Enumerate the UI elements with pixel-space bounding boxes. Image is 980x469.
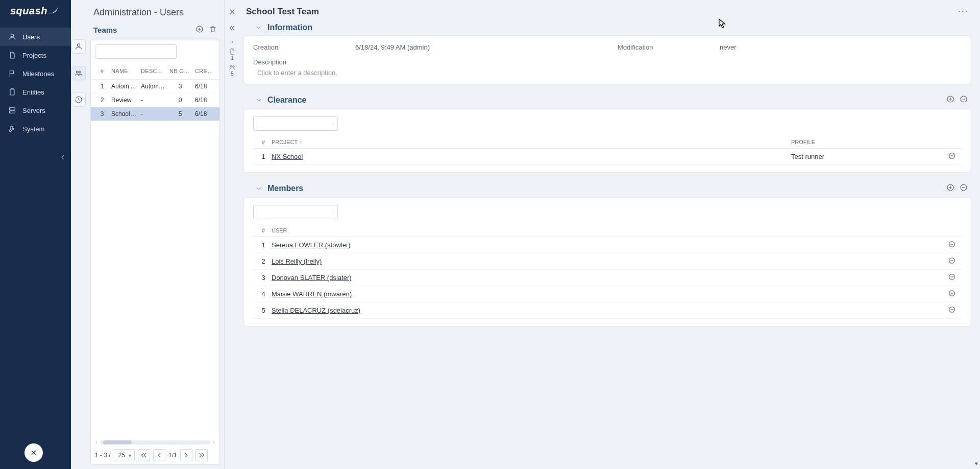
detailrail-members-icon[interactable]: 5 (226, 64, 239, 77)
members-col-user[interactable]: USER (272, 227, 944, 233)
col-name[interactable]: NAME (109, 65, 139, 77)
pager-prev[interactable] (153, 449, 165, 461)
scroll-left-icon (94, 440, 99, 445)
search-icon (333, 120, 334, 128)
member-user-link[interactable]: Maisie WARREN (mwaren) (272, 290, 352, 298)
minus-circle-icon (948, 289, 956, 297)
pager-next[interactable] (180, 449, 192, 461)
svg-point-5 (11, 112, 11, 112)
team-row[interactable]: 2 Review - 0 6/18 (91, 93, 219, 107)
sidebar-item-projects[interactable]: Projects (0, 46, 71, 64)
sidebar-item-servers[interactable]: Servers (0, 101, 71, 120)
info-creation-value: 6/18/24, 9:49 AM (admin) (355, 43, 597, 51)
clearance-remove-button[interactable] (960, 95, 968, 105)
sidebar-item-system[interactable]: System (0, 120, 71, 138)
detail-close-button[interactable] (226, 5, 239, 18)
plus-circle-icon (946, 95, 954, 103)
cell-idx: 1 (255, 241, 272, 249)
member-row-remove[interactable] (944, 256, 960, 266)
clearance-search-input[interactable] (257, 120, 333, 127)
user-icon (8, 33, 16, 41)
col-idx[interactable]: # (95, 65, 109, 77)
close-fab[interactable] (24, 443, 43, 462)
member-user-link[interactable]: Lois Reilly (lrelly) (272, 257, 322, 265)
sidebar-item-users[interactable]: Users (0, 28, 71, 46)
midrail-team-icon[interactable] (72, 66, 85, 80)
clearance-row: 1 NX School Test runner (253, 149, 962, 165)
clearance-search[interactable] (253, 116, 338, 131)
detailrail-docs-badge: 1 (231, 55, 234, 61)
plus-circle-icon (946, 183, 954, 192)
team-row[interactable]: 1 Autom ... Automa... 3 6/18 (91, 80, 219, 93)
delete-team-button[interactable] (209, 25, 217, 35)
detail-collapse-button[interactable] (226, 21, 239, 35)
cell-profile: Test runner (791, 153, 944, 160)
sidebar-item-entities[interactable]: Entities (0, 83, 71, 101)
chevron-down-icon[interactable] (255, 97, 262, 104)
info-description-placeholder[interactable]: Click to enter a description. (253, 69, 962, 77)
info-description-label: Description (253, 58, 962, 66)
cell-idx: 1 (95, 80, 109, 93)
members-col-idx[interactable]: # (255, 227, 272, 233)
wrench-icon (8, 125, 16, 133)
midrail-history-icon[interactable] (72, 93, 85, 106)
minus-circle-icon (960, 95, 968, 103)
member-row-remove[interactable] (944, 289, 960, 299)
chevron-down-icon[interactable] (255, 24, 262, 31)
members-search-input[interactable] (257, 208, 333, 216)
add-team-button[interactable] (195, 25, 204, 35)
cell-users: 0 (167, 93, 193, 107)
member-row-remove[interactable] (944, 273, 960, 283)
clearance-col-idx[interactable]: # (255, 139, 272, 145)
members-search[interactable] (253, 205, 338, 219)
team-row[interactable]: 3 School ... - 5 6/18 (91, 107, 219, 121)
brand-text: squash (10, 5, 47, 17)
team-search[interactable] (95, 44, 177, 59)
sidebar-item-milestones[interactable]: Milestones (0, 64, 71, 83)
clearance-col-project[interactable]: PROJECT↑ (272, 139, 791, 145)
cell-name: Autom ... (109, 80, 139, 93)
detail-rail: 1 5 (225, 0, 240, 469)
flag-icon (8, 69, 16, 78)
teams-panel: Administration - Users Teams # NAME (86, 0, 225, 469)
detail-more-button[interactable]: ··· (958, 6, 969, 17)
clearance-col-profile[interactable]: PROFILE (791, 139, 944, 145)
midrail-user-icon[interactable] (72, 40, 85, 53)
brand-swoosh-icon (46, 6, 61, 16)
clearance-add-button[interactable] (946, 95, 954, 105)
member-user-link[interactable]: Serena FOWLER (sfowler) (272, 241, 351, 249)
pager-first[interactable] (138, 449, 150, 461)
sidebar-item-label: Users (22, 33, 40, 41)
col-users[interactable]: NB OF USERS (167, 65, 193, 77)
chevrons-right-icon (198, 451, 206, 459)
team-table-hscroll[interactable] (91, 439, 219, 446)
sidebar-collapse-button[interactable] (59, 153, 67, 163)
members-add-button[interactable] (946, 183, 954, 194)
minus-circle-icon (960, 183, 968, 192)
chevron-down-icon[interactable] (255, 185, 262, 192)
team-search-input[interactable] (99, 48, 175, 55)
member-user-link[interactable]: Stella DELACRUZ (sdelacruz) (272, 307, 360, 314)
svg-point-4 (11, 109, 11, 109)
page-size-select[interactable]: 25 (114, 449, 135, 461)
members-remove-button[interactable] (960, 183, 968, 194)
member-user-link[interactable]: Donovan SLATER (dslater) (272, 274, 352, 282)
minus-circle-icon (948, 256, 956, 265)
detailrail-docs-icon[interactable]: 1 (226, 48, 239, 61)
col-desc[interactable]: DESCRIP... (139, 65, 167, 77)
minus-circle-icon (948, 273, 956, 281)
pager-last[interactable] (195, 449, 208, 461)
cell-created: 6/18 (193, 93, 215, 107)
clearance-row-remove[interactable] (944, 152, 960, 161)
chevron-left-icon (59, 153, 67, 161)
detailrail-info-icon[interactable] (226, 38, 239, 45)
info-modification-value: never (720, 43, 962, 51)
member-row-remove[interactable] (944, 306, 960, 315)
cell-idx: 4 (255, 290, 272, 298)
sort-asc-icon: ↑ (300, 139, 302, 145)
col-created[interactable]: CREAT (193, 65, 215, 77)
document-icon (229, 48, 236, 55)
info-icon (229, 38, 236, 45)
clearance-project-link[interactable]: NX School (272, 153, 303, 160)
member-row-remove[interactable] (944, 240, 960, 250)
